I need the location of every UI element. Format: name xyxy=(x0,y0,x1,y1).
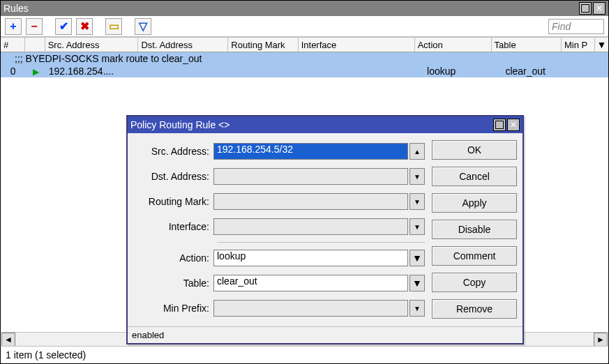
dialog-titlebar[interactable]: Policy Routing Rule <> xyxy=(128,116,522,133)
min-expand-icon[interactable]: ▼ xyxy=(409,300,425,317)
cell-num: 0 xyxy=(1,66,25,77)
maximize-icon[interactable] xyxy=(579,2,592,15)
comment-row[interactable]: ;;; BYEDPI-SOCKS mark route to clear_out xyxy=(1,52,608,65)
enable-button[interactable]: ✔ xyxy=(55,18,72,35)
table-label: Table: xyxy=(133,278,213,289)
table-input[interactable]: clear_out xyxy=(213,275,408,291)
dst-input[interactable] xyxy=(213,168,408,185)
disable-button[interactable]: Disable xyxy=(432,220,517,239)
iface-expand-icon[interactable]: ▼ xyxy=(409,218,425,235)
iface-input[interactable] xyxy=(213,218,408,235)
col-flag[interactable] xyxy=(25,38,45,52)
min-label: Min Prefix: xyxy=(133,303,213,314)
titlebar[interactable]: Rules xyxy=(1,1,608,16)
status-text: 1 item (1 selected) xyxy=(6,349,86,361)
col-action[interactable]: Action xyxy=(415,38,492,52)
dst-label: Dst. Address: xyxy=(133,171,213,182)
col-table[interactable]: Table xyxy=(492,38,562,52)
mark-expand-icon[interactable]: ▼ xyxy=(409,193,425,210)
col-min[interactable]: Min P xyxy=(562,38,595,52)
find-input[interactable]: Find xyxy=(548,19,604,34)
toolbar: + − ✔ ✖ ▭ ▽ Find xyxy=(1,16,608,37)
window-title: Rules xyxy=(3,3,29,14)
comment-text: ;;; BYEDPI-SOCKS mark route to clear_out xyxy=(1,53,204,64)
policy-rule-dialog: Policy Routing Rule <> Src. Address: 192… xyxy=(126,115,524,344)
columns-menu-icon[interactable]: ▼ xyxy=(595,38,608,52)
mark-label: Routing Mark: xyxy=(133,196,213,207)
ok-button[interactable]: OK xyxy=(432,140,517,160)
col-mark[interactable]: Routing Mark xyxy=(228,38,298,52)
dialog-maximize-icon[interactable] xyxy=(493,119,506,131)
cell-action: lookup xyxy=(424,66,502,77)
disable-button[interactable]: ✖ xyxy=(76,18,93,35)
iface-label: Interface: xyxy=(133,221,213,232)
copy-button[interactable]: Copy xyxy=(432,273,517,292)
src-label: Src. Address: xyxy=(133,146,213,157)
active-icon: ▶ xyxy=(33,67,39,77)
action-label: Action: xyxy=(133,252,213,264)
action-input[interactable]: lookup xyxy=(213,250,408,266)
remove-button[interactable]: Remove xyxy=(432,299,517,319)
dialog-status: enabled xyxy=(128,326,522,343)
min-input[interactable] xyxy=(213,300,408,317)
cancel-button[interactable]: Cancel xyxy=(432,167,517,186)
col-dst[interactable]: Dst. Address xyxy=(138,38,228,52)
comment-button[interactable]: ▭ xyxy=(105,18,122,35)
table-dropdown-icon[interactable]: ⯆ xyxy=(409,275,425,291)
apply-button[interactable]: Apply xyxy=(432,193,517,213)
scroll-right-icon[interactable]: ► xyxy=(594,333,608,347)
scroll-left-icon[interactable]: ◄ xyxy=(1,333,15,347)
dialog-close-icon[interactable] xyxy=(507,119,520,131)
col-num[interactable]: # xyxy=(1,38,25,52)
remove-button[interactable]: − xyxy=(26,18,43,35)
src-collapse-icon[interactable]: ▲ xyxy=(409,143,425,160)
close-icon[interactable] xyxy=(593,2,606,15)
dialog-title: Policy Routing Rule <> xyxy=(130,119,230,130)
statusbar: 1 item (1 selected) xyxy=(1,346,608,363)
filter-icon[interactable]: ▽ xyxy=(135,18,151,35)
cell-table: clear_out xyxy=(502,66,574,77)
table-row[interactable]: 0 ▶ 192.168.254.... lookup clear_out xyxy=(1,65,608,77)
col-src[interactable]: Src. Address xyxy=(45,38,139,52)
src-input[interactable]: 192.168.254.5/32 xyxy=(213,143,408,160)
table-header: # Src. Address Dst. Address Routing Mark… xyxy=(1,37,608,52)
dst-expand-icon[interactable]: ▼ xyxy=(409,168,425,185)
cell-src: 192.168.254.... xyxy=(46,66,142,77)
comment-button[interactable]: Comment xyxy=(432,246,517,266)
mark-input[interactable] xyxy=(213,193,408,210)
col-iface[interactable]: Interface xyxy=(299,38,415,52)
add-button[interactable]: + xyxy=(5,18,22,35)
action-dropdown-icon[interactable]: ⯆ xyxy=(409,250,425,266)
